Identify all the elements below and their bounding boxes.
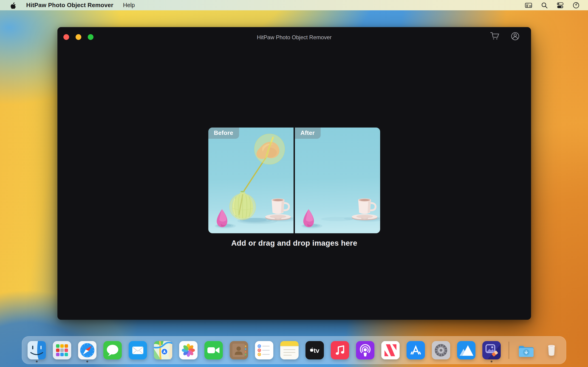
dock-icon-music[interactable] bbox=[331, 341, 349, 359]
dock-icon-contacts[interactable] bbox=[230, 341, 248, 359]
after-image-panel: After bbox=[295, 127, 380, 233]
dock-icon-launchpad[interactable] bbox=[53, 341, 71, 359]
dock-icon-safari[interactable] bbox=[78, 341, 96, 359]
clock-icon[interactable] bbox=[572, 2, 580, 9]
menu-bar: HitPaw Photo Object Remover Help ⌘ bbox=[0, 0, 588, 10]
running-indicator bbox=[36, 361, 38, 362]
dock-icon-notes[interactable] bbox=[280, 341, 299, 359]
dock-icon-podcasts[interactable] bbox=[356, 341, 374, 359]
dock-icon-hitpaw-photo-object-remover[interactable] bbox=[482, 341, 501, 359]
svg-text:⌘: ⌘ bbox=[529, 4, 532, 8]
after-label-badge: After bbox=[295, 127, 321, 139]
app-window: HitPaw Photo Object Remover bbox=[57, 27, 531, 320]
dock-icon-mountains-app[interactable] bbox=[457, 341, 476, 359]
dock-icon-photos[interactable] bbox=[179, 341, 198, 359]
dock-icon-system-settings[interactable] bbox=[432, 341, 450, 359]
menubar-menu-help[interactable]: Help bbox=[123, 2, 135, 8]
dock-icon-mail[interactable] bbox=[129, 341, 147, 359]
dock-separator bbox=[509, 342, 509, 359]
before-label-badge: Before bbox=[208, 127, 239, 139]
dock-icon-downloads-folder[interactable] bbox=[517, 341, 536, 359]
dock-icon-apple-tv[interactable]: tv bbox=[305, 341, 324, 359]
desktop: HitPaw Photo Object Remover Help ⌘ bbox=[0, 0, 588, 367]
after-scene-image bbox=[295, 127, 380, 233]
dock-icon-maps[interactable] bbox=[154, 341, 172, 359]
drop-zone-text: Add or drag and drop images here bbox=[57, 239, 531, 248]
running-indicator bbox=[86, 361, 88, 362]
spotlight-search-icon[interactable] bbox=[541, 2, 548, 9]
tv-label: tv bbox=[313, 347, 319, 354]
keyboard-shortcuts-icon[interactable]: ⌘ bbox=[525, 2, 532, 9]
dock-icon-messages[interactable] bbox=[103, 341, 122, 359]
menubar-app-name[interactable]: HitPaw Photo Object Remover bbox=[26, 2, 113, 9]
image-drop-zone[interactable]: Before bbox=[57, 27, 531, 320]
dock-icon-reminders[interactable] bbox=[255, 341, 273, 359]
running-indicator bbox=[491, 361, 493, 362]
dock-icon-news[interactable] bbox=[381, 341, 400, 359]
dock-icon-app-store[interactable] bbox=[406, 341, 425, 359]
dock-icon-trash[interactable] bbox=[542, 341, 561, 359]
before-scene-image bbox=[208, 127, 294, 233]
before-after-comparison: Before bbox=[208, 127, 380, 233]
dock: tv bbox=[22, 336, 566, 364]
dock-icon-finder[interactable] bbox=[27, 341, 46, 359]
apple-menu-icon[interactable] bbox=[9, 2, 17, 9]
before-image-panel: Before bbox=[208, 127, 294, 233]
dock-icon-facetime[interactable] bbox=[204, 341, 223, 359]
control-center-icon[interactable] bbox=[556, 2, 564, 9]
